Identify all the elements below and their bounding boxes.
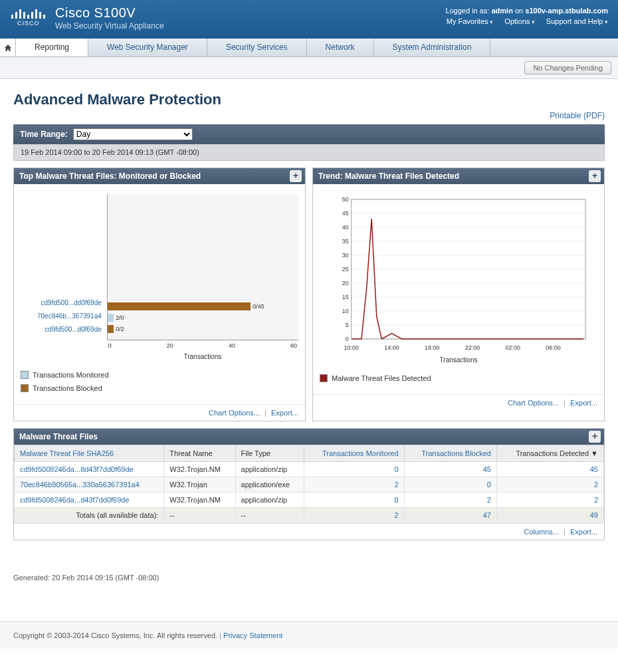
svg-text:10: 10 <box>342 308 349 314</box>
panel-left-title: Top Malware Threat Files: Monitored or B… <box>19 171 201 181</box>
login-prefix: Logged in as: <box>445 7 489 15</box>
svg-text:06:00: 06:00 <box>546 344 560 351</box>
columns-link[interactable]: Columns... <box>524 528 559 536</box>
svg-rect-3 <box>23 12 25 19</box>
table-row: cd9fd5008246da...8d43f7dd0f69de W32.Troj… <box>15 462 604 477</box>
svg-text:02:00: 02:00 <box>506 344 520 351</box>
svg-text:22:00: 22:00 <box>465 344 480 351</box>
svg-rect-7 <box>39 12 41 19</box>
app-header: CISCO Cisco S100V Web Security Virtual A… <box>0 0 618 39</box>
totals-row: Totals (all available data):---- 2 47 49 <box>15 508 604 523</box>
nav-system-administration[interactable]: System Administration <box>374 39 491 56</box>
chart-options-right[interactable]: Chart Options... <box>508 399 559 407</box>
options-menu[interactable]: Options <box>504 17 534 25</box>
hbar-row: 2/0 <box>108 313 298 322</box>
trend-chart: 0510152025303540455010:0014:0018:0022:00… <box>326 194 591 354</box>
svg-text:14:00: 14:00 <box>384 344 399 351</box>
svg-text:15: 15 <box>342 294 349 300</box>
svg-rect-4 <box>27 15 29 19</box>
legend-monitored: Transactions Monitored <box>33 371 109 379</box>
svg-rect-6 <box>35 9 37 19</box>
legend-monitored-swatch <box>21 371 29 379</box>
sha-link[interactable]: 70ec846b90565a...330a56367391a4 <box>20 481 140 489</box>
hbar-row: 0/2 <box>108 324 298 334</box>
svg-text:5: 5 <box>346 322 349 328</box>
svg-text:10:00: 10:00 <box>344 344 359 351</box>
panel-table-add-icon[interactable]: + <box>589 431 601 443</box>
legend-trend: Malware Threat Files Detected <box>332 374 431 382</box>
chart-options-left[interactable]: Chart Options... <box>209 409 260 417</box>
home-icon[interactable] <box>0 39 16 56</box>
svg-text:0: 0 <box>346 336 349 342</box>
generated-timestamp: Generated: 20 Feb 2014 09:15 (GMT -08:00… <box>13 574 605 582</box>
svg-text:40: 40 <box>342 224 349 231</box>
table-title: Malware Threat Files <box>19 432 98 441</box>
changes-bar: No Changes Pending <box>0 57 618 79</box>
time-range-select[interactable]: Day <box>73 128 193 140</box>
table-row: 70ec846b90565a...330a56367391a4 W32.Troj… <box>15 477 604 493</box>
main-nav: Reporting Web Security Manager Security … <box>0 39 618 57</box>
time-range-label: Time Range: <box>20 130 68 139</box>
panel-top-threat-files: Top Malware Threat Files: Monitored or B… <box>13 168 306 421</box>
th-blocked[interactable]: Transactions Blocked <box>404 445 496 462</box>
th-monitored[interactable]: Transactions Monitored <box>304 445 404 462</box>
hbar-label[interactable]: cd9fd500...d0f69de <box>37 323 102 336</box>
header-user-area: Logged in as: admin on s100v-amp.stbulab… <box>437 7 608 25</box>
legend-blocked: Transactions Blocked <box>33 384 102 392</box>
svg-rect-0 <box>11 15 13 19</box>
svg-rect-2 <box>19 9 21 19</box>
product-name: Cisco S100V <box>55 5 164 21</box>
nav-network[interactable]: Network <box>307 39 374 56</box>
svg-rect-5 <box>31 12 33 19</box>
time-range-bar: Time Range: Day <box>13 124 605 144</box>
pending-changes-button[interactable]: No Changes Pending <box>524 61 611 74</box>
hbar-label[interactable]: 70ec846b...367391a4 <box>37 310 102 323</box>
svg-rect-8 <box>43 15 45 19</box>
export-right[interactable]: Export... <box>570 399 597 407</box>
svg-text:50: 50 <box>342 196 349 203</box>
panel-trend: Trend: Malware Threat Files Detected + 0… <box>312 168 605 421</box>
cisco-logo-icon: CISCO <box>10 7 47 29</box>
privacy-link[interactable]: Privacy Statement <box>223 631 282 639</box>
th-threat-name[interactable]: Threat Name <box>164 445 235 462</box>
th-detected[interactable]: Transactions Detected ▼ <box>496 445 603 462</box>
nav-web-security-manager[interactable]: Web Security Manager <box>88 39 207 56</box>
login-host: s100v-amp.stbulab.com <box>525 7 608 15</box>
svg-text:18:00: 18:00 <box>425 344 439 351</box>
svg-text:30: 30 <box>342 252 349 259</box>
svg-rect-1 <box>15 12 17 19</box>
top-threat-chart: cd9fd500...dd0f69de70ec846b...367391a4cd… <box>21 194 298 392</box>
page-footer: Copyright © 2003-2014 Cisco Systems, Inc… <box>0 621 618 649</box>
nav-reporting[interactable]: Reporting <box>16 39 88 56</box>
svg-text:20: 20 <box>342 280 349 286</box>
threat-files-table: Malware Threat File SHA256 Threat Name F… <box>14 445 604 523</box>
product-subtitle: Web Security Virtual Appliance <box>55 21 164 31</box>
th-sha256[interactable]: Malware Threat File SHA256 <box>15 445 164 462</box>
sha-link[interactable]: cd9fd5008246da...d43f7dd0f69de <box>20 496 130 504</box>
export-table[interactable]: Export... <box>570 528 597 536</box>
export-left[interactable]: Export... <box>271 409 298 417</box>
support-help-menu[interactable]: Support and Help <box>546 17 608 25</box>
svg-text:35: 35 <box>342 238 349 245</box>
panel-threat-files-table: Malware Threat Files + Malware Threat Fi… <box>13 428 605 540</box>
panel-right-title: Trend: Malware Threat Files Detected <box>318 171 459 181</box>
page-title: Advanced Malware Protection <box>13 91 605 108</box>
nav-security-services[interactable]: Security Services <box>207 39 307 56</box>
legend-trend-swatch <box>320 374 328 382</box>
login-user: admin <box>492 7 513 15</box>
my-favorites-menu[interactable]: My Favorites <box>447 17 493 25</box>
sha-link[interactable]: cd9fd5008246da...8d43f7dd0f69de <box>20 465 134 473</box>
panel-left-add-icon[interactable]: + <box>290 170 302 182</box>
svg-text:45: 45 <box>342 210 349 217</box>
svg-text:CISCO: CISCO <box>17 20 40 27</box>
table-row: cd9fd5008246da...d43f7dd0f69de W32.Troja… <box>15 493 604 508</box>
printable-pdf-link[interactable]: Printable (PDF) <box>550 111 605 120</box>
time-range-desc: 19 Feb 2014 09:00 to 20 Feb 2014 09:13 (… <box>13 144 605 161</box>
hbar-label[interactable]: cd9fd500...dd0f69de <box>37 296 102 310</box>
svg-text:25: 25 <box>342 266 349 273</box>
th-file-type[interactable]: File Type <box>235 445 304 462</box>
panel-right-add-icon[interactable]: + <box>589 170 601 182</box>
hbar-row: 0/45 <box>108 302 298 311</box>
legend-blocked-swatch <box>21 384 29 392</box>
